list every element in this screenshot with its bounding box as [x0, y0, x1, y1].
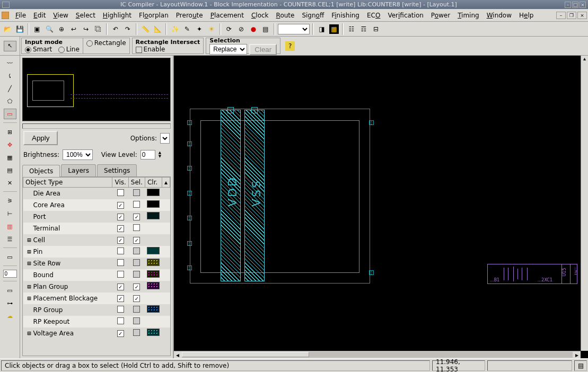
vis-checkbox[interactable] [117, 247, 124, 254]
rect-tool[interactable]: ▭ [4, 109, 16, 119]
target-icon[interactable]: ⊕ [56, 24, 67, 34]
menu-eco[interactable]: ECO [363, 11, 384, 20]
vis-checkbox[interactable]: ✓ [117, 330, 124, 337]
edit-icon[interactable]: ✎ [182, 24, 192, 34]
menu-select[interactable]: Select [72, 11, 99, 20]
layout-canvas[interactable]: VDD VSS ▯ ▯ ▯ ▯ ▯ ▯ ▯ ▯ ▯ ...B1 ...2XC1 … [174, 56, 588, 358]
group-tool[interactable]: ▦ [4, 152, 16, 163]
tab-objects[interactable]: Objects [22, 165, 60, 177]
table-row[interactable]: Port✓✓ [23, 211, 170, 223]
sel-checkbox[interactable]: ✓ [133, 295, 140, 302]
color-swatch[interactable] [147, 189, 160, 196]
cloud-tool[interactable]: ☁ [4, 311, 16, 321]
overview-scroll[interactable] [22, 123, 171, 129]
mv-icon[interactable]: ◨ [317, 24, 327, 34]
wand-icon[interactable]: ✨ [170, 24, 180, 34]
menu-file[interactable]: File [12, 11, 30, 20]
vis-checkbox[interactable] [117, 271, 124, 278]
sel-checkbox[interactable] [133, 306, 140, 313]
value-input[interactable] [3, 270, 17, 278]
vis-checkbox[interactable] [117, 306, 124, 313]
vis-checkbox[interactable]: ✓ [117, 202, 124, 209]
copy-icon[interactable]: ⿻ [93, 24, 103, 34]
ruler-icon[interactable]: 📏 [140, 24, 151, 34]
sel-checkbox[interactable]: ✓ [133, 214, 140, 220]
mdi-close[interactable]: × [577, 12, 587, 19]
forward-icon[interactable]: ↪ [81, 24, 91, 34]
vis-checkbox[interactable] [117, 259, 124, 266]
table-row[interactable]: ⊞ Cell✓✓ [23, 234, 170, 246]
color-swatch[interactable] [147, 259, 160, 266]
tab-settings[interactable]: Settings [97, 164, 137, 176]
sparkle-icon[interactable]: ✦ [194, 24, 205, 34]
save-icon[interactable]: 💾 [14, 24, 25, 34]
menu-finishing[interactable]: Finishing [328, 11, 363, 20]
table-row[interactable]: ⊞ Placement Blockage✓✓ [23, 293, 170, 304]
record-icon[interactable]: ● [248, 24, 259, 34]
viewlevel-input[interactable] [141, 150, 155, 160]
sel-checkbox[interactable] [133, 271, 140, 278]
sel-checkbox[interactable] [133, 247, 140, 254]
ungroup-tool[interactable]: ▤ [4, 165, 16, 175]
zoom-full-icon[interactable]: ▣ [32, 24, 42, 34]
menu-edit[interactable]: Edit [30, 11, 49, 20]
menu-power[interactable]: Power [427, 11, 454, 20]
filter-tool[interactable]: ⚞ [4, 196, 16, 206]
vis-checkbox[interactable]: ✓ [117, 214, 124, 220]
clear-button[interactable]: Clear [249, 44, 277, 55]
enable-checkbox[interactable] [136, 47, 142, 53]
snap-tool[interactable]: ⊞ [4, 127, 16, 137]
vis-checkbox[interactable]: ✓ [117, 225, 124, 232]
dist-icon[interactable]: ☶ [358, 24, 369, 34]
canvas-vscroll[interactable]: ▴ [581, 56, 588, 351]
canvas-hscroll[interactable]: ◂ ▸ [174, 351, 581, 358]
menu-floorplan[interactable]: Floorplan [135, 11, 172, 20]
sel-checkbox[interactable] [133, 329, 140, 336]
grid2-tool[interactable]: ▭ [4, 252, 16, 262]
color-swatch[interactable] [147, 329, 160, 336]
menu-verification[interactable]: Verification [384, 11, 427, 20]
refresh-icon[interactable]: ⟳ [224, 24, 234, 34]
vis-checkbox[interactable]: ✓ [117, 295, 124, 302]
rect3-tool[interactable]: ▭ [4, 285, 16, 296]
apply-button[interactable]: Apply [23, 131, 58, 145]
menu-placement[interactable]: Placement [207, 11, 248, 20]
radio-line[interactable] [58, 47, 65, 53]
move-tool[interactable]: ✥ [4, 139, 16, 150]
pin-tool[interactable]: ⊢ [4, 208, 16, 219]
radio-smart[interactable] [25, 47, 31, 53]
dropdown-1[interactable] [278, 24, 310, 34]
brightness-select[interactable]: 100% [63, 149, 93, 160]
radio-rectangle[interactable] [86, 40, 93, 47]
sel-checkbox[interactable] [133, 224, 140, 231]
help-icon[interactable]: ? [285, 41, 295, 51]
menu-route[interactable]: Route [273, 11, 299, 20]
menu-window[interactable]: Window [483, 11, 515, 20]
viewlevel-down[interactable]: ▼ [159, 155, 161, 158]
sel-checkbox[interactable] [133, 317, 140, 324]
color-swatch[interactable] [147, 282, 160, 289]
table-row[interactable]: Terminal✓ [23, 223, 170, 234]
color-swatch[interactable] [147, 247, 160, 254]
selection-mode[interactable]: Replace [209, 44, 247, 55]
tab-layers[interactable]: Layers [61, 164, 96, 176]
table-row[interactable]: ⊞ Plan Group✓✓ [23, 281, 170, 293]
table-row[interactable]: Core Area✓ [23, 199, 170, 211]
menu-timing[interactable]: Timing [454, 11, 483, 20]
sel-checkbox[interactable]: ✓ [133, 237, 140, 244]
table-row[interactable]: RP Group [23, 304, 170, 316]
stop-icon[interactable]: ⊘ [236, 24, 247, 34]
mdi-restore[interactable]: ❐ [567, 12, 576, 19]
menu-signoff[interactable]: Signoff [298, 11, 328, 20]
check-icon[interactable]: ⊟ [371, 24, 381, 34]
ruler2-icon[interactable]: 📐 [152, 24, 163, 34]
table-row[interactable]: Die Area [23, 188, 170, 199]
open-icon[interactable]: 📂 [2, 24, 13, 34]
close-button[interactable]: × [580, 2, 586, 8]
redo-icon[interactable]: ↷ [122, 24, 133, 34]
color-swatch[interactable] [147, 270, 160, 278]
table-row[interactable]: RP Keepout [23, 316, 170, 327]
block-tool[interactable]: ☰ [4, 234, 16, 244]
macro-tool[interactable]: ▥ [4, 221, 16, 232]
delete-tool[interactable]: ✕ [4, 178, 16, 188]
